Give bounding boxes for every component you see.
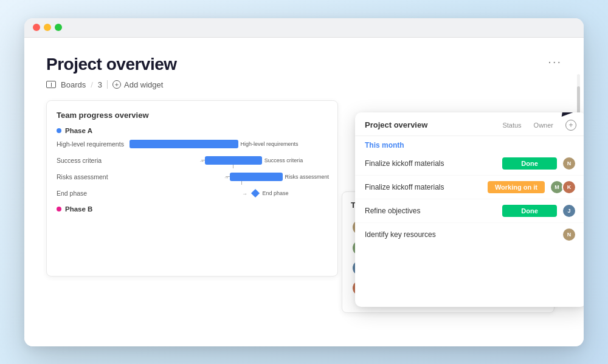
task-name: Finalize kickoff materials [365, 159, 497, 168]
avatar: N [562, 156, 576, 171]
add-widget-label: Add widget [124, 80, 163, 89]
gantt-track: Success criteria → [123, 153, 328, 168]
gantt-bar-label: Success criteria [264, 157, 303, 163]
gantt-title: Team progress overview [57, 111, 328, 120]
status-badge: Done [502, 205, 557, 217]
close-button[interactable] [33, 24, 40, 31]
add-widget-icon: + [112, 80, 121, 89]
gantt-row-label: High-level requirements [57, 140, 130, 148]
status-col-label: Status [502, 122, 521, 129]
divider [107, 80, 108, 89]
po-row: Finalize kickoff materials Working on it… [355, 176, 584, 199]
gantt-track: End phase → [123, 186, 328, 201]
avatar: K [562, 180, 576, 194]
gantt-track: High-level requirements [130, 137, 328, 151]
right-area: Team progress overview N Naama [348, 100, 562, 276]
po-row: Identify key resources N [355, 223, 584, 246]
gantt-row-label: Success criteria [57, 157, 123, 164]
avatar: J [562, 204, 576, 218]
arrow-icon: → [199, 158, 204, 164]
gantt-bar [230, 173, 283, 181]
add-widget-button[interactable]: + Add widget [112, 80, 163, 89]
gantt-track: Risks assessment → [123, 170, 328, 184]
gantt-bar-label: High-level requirements [241, 141, 299, 147]
gantt-row: Success criteria Success criteria → [57, 153, 328, 168]
po-columns: Status Owner + [502, 120, 576, 131]
maximize-button[interactable] [55, 24, 62, 31]
this-month-header: This month [355, 136, 584, 152]
phase-a-legend: Phase A [57, 127, 328, 134]
owner-avatars: N [562, 227, 576, 242]
status-badge: Done [502, 157, 557, 170]
page-header: Project overview ··· [46, 55, 562, 74]
phase-b-dot [57, 207, 61, 211]
po-row: Refine objectives Done J [355, 199, 584, 223]
boards-icon [46, 81, 56, 88]
gantt-bar [130, 140, 238, 148]
boards-label[interactable]: Boards [61, 80, 86, 89]
phase-b-legend: Phase B [57, 205, 328, 213]
page-title: Project overview [46, 55, 177, 74]
owner-avatars: J [562, 204, 576, 218]
titlebar [24, 18, 584, 38]
po-card-title: Project overview [365, 120, 427, 129]
task-name: Identify key resources [365, 230, 497, 239]
owner-col-label: Owner [534, 122, 553, 129]
owner-avatars: M K [550, 180, 576, 194]
gantt-row: End phase End phase → [57, 186, 328, 201]
gantt-row-label: Risks assessment [57, 173, 123, 180]
po-row: Finalize kickoff materials Done N [355, 152, 584, 176]
main-content: Project overview ··· Boards / 3 + Add wi… [24, 38, 584, 346]
owner-avatars: N [562, 156, 576, 171]
add-column-button[interactable]: + [565, 120, 576, 131]
traffic-lights [33, 24, 62, 31]
gantt-bar-label: End phase [262, 190, 288, 196]
minimize-button[interactable] [44, 24, 51, 31]
phase-a-label: Phase A [65, 127, 92, 134]
gantt-widget: Team progress overview Phase A High-leve… [46, 100, 338, 276]
project-overview-card: Project overview Status Owner + This mon… [355, 112, 584, 307]
breadcrumb-separator: / [91, 80, 93, 89]
status-badge: Working on it [488, 181, 545, 193]
breadcrumb: Boards / 3 + Add widget [46, 80, 562, 89]
arrow-icon: → [224, 174, 229, 180]
widgets-area: Team progress overview Phase A High-leve… [46, 100, 562, 276]
board-number[interactable]: 3 [98, 80, 102, 89]
po-header: Project overview Status Owner + [355, 112, 584, 136]
gantt-diamond [251, 188, 260, 197]
gantt-bar [205, 156, 262, 165]
gantt-row: High-level requirements High-level requi… [57, 137, 328, 151]
phase-b-label: Phase B [65, 205, 92, 213]
task-name: Finalize kickoff materials [365, 183, 483, 191]
task-name: Refine objectives [365, 207, 497, 215]
app-window: Project overview ··· Boards / 3 + Add wi… [24, 18, 584, 346]
arrow-icon: → [242, 191, 247, 197]
gantt-row: Risks assessment Risks assessment → [57, 170, 328, 184]
cursor-pointer [559, 112, 572, 115]
gantt-row-label: End phase [57, 190, 123, 197]
more-options-button[interactable]: ··· [548, 55, 562, 69]
phase-a-dot [57, 128, 61, 133]
avatar: N [562, 227, 576, 242]
gantt-bar-label: Risks assessment [285, 174, 329, 180]
